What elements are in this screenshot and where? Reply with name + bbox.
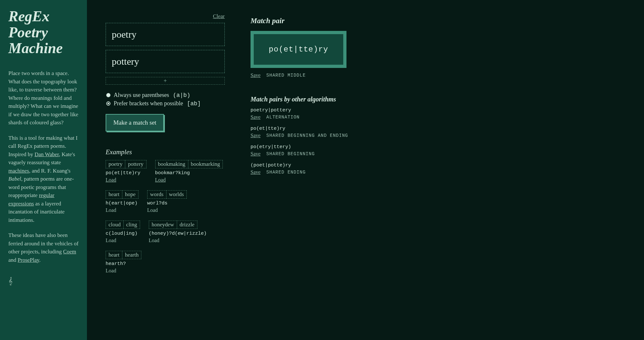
algorithm-label: SHARED BEGINNING: [266, 151, 315, 156]
example-pattern: (honey)?d(ew|rizzle): [149, 231, 207, 236]
algorithm-label: SHARED ENDING: [266, 170, 306, 175]
example-item: honeydewdrizzle(honey)?d(ew|rizzle)Load: [149, 221, 207, 244]
algorithm-item: (poet|potte)rySaveSHARED ENDING: [251, 163, 450, 175]
example-item: hearthopeh(eart|ope)Load: [106, 190, 138, 213]
editor-column: Clear + Always use parentheses (a|b) Pre…: [106, 13, 225, 327]
word-input-2[interactable]: [106, 50, 225, 73]
intro-paragraph: These ideas have also been ferried aroun…: [8, 231, 80, 264]
example-chip: heart: [106, 251, 122, 259]
match-pair-heading: Match pair: [251, 17, 450, 25]
example-chip: cloud: [106, 221, 124, 229]
match-algorithm-label: SHARED MIDDLE: [266, 73, 306, 78]
example-chip: poetry: [106, 160, 125, 168]
match-pair-pattern: po(et|tte)ry: [254, 34, 343, 65]
example-chip: hearth: [122, 251, 141, 259]
algorithm-item: po(etry|ttery)SaveSHARED BEGINNING: [251, 144, 450, 157]
app-title-line: Poetry: [8, 24, 48, 41]
algorithm-label: ALTERNATION: [266, 115, 299, 120]
example-item: wordsworldsworl?dsLoad: [147, 190, 186, 213]
example-item: cloudclingc(loud|ing)Load: [106, 221, 140, 244]
app-title-line: RegEx: [8, 8, 50, 24]
algorithm-item: po(et|tte)rySaveSHARED BEGINNING AND END…: [251, 126, 450, 138]
radio-suffix: [ab]: [187, 100, 201, 107]
example-chip: bookmarking: [188, 160, 223, 168]
link-dan-waber[interactable]: Dan Waber: [34, 151, 59, 157]
example-chip-row: poetrypottery: [106, 160, 146, 168]
example-pattern: po(et|tte)ry: [106, 170, 146, 176]
example-load-link[interactable]: Load: [106, 207, 116, 213]
save-match-link[interactable]: Save: [251, 72, 260, 78]
example-pattern: worl?ds: [147, 201, 186, 206]
radio-icon: [106, 93, 110, 97]
app-title: RegEx Poetry Machine: [8, 8, 80, 56]
intro-paragraph: Place two words in a space. What does th…: [8, 69, 80, 127]
other-algorithms-list: poetry|potterySaveALTERNATIONpo(et|tte)r…: [251, 108, 450, 175]
example-chip: honeydew: [149, 221, 177, 229]
link-coem[interactable]: Coem: [63, 249, 76, 255]
example-chip: bookmaking: [155, 160, 188, 168]
radio-label: Always use parentheses: [114, 92, 169, 99]
add-word-button[interactable]: +: [106, 77, 225, 85]
example-chip-row: honeydewdrizzle: [149, 221, 207, 229]
intro-paragraph: This is a tool for making what I call Re…: [8, 134, 80, 224]
example-load-link[interactable]: Load: [106, 268, 116, 273]
example-chip: heart: [106, 190, 122, 199]
example-load-link[interactable]: Load: [149, 238, 159, 243]
example-item: bookmakingbookmarkingbookmar?kingLoad: [155, 160, 223, 183]
sidebar: RegEx Poetry Machine Place two words in …: [0, 0, 87, 340]
algorithm-pattern: poetry|pottery: [251, 108, 450, 113]
example-chip-row: cloudcling: [106, 221, 140, 229]
example-chip: hope: [122, 190, 138, 199]
example-chip-row: bookmakingbookmarking: [155, 160, 223, 168]
algorithm-save-link[interactable]: Save: [251, 151, 260, 157]
examples-heading: Examples: [106, 148, 225, 156]
radio-suffix: (a|b): [173, 92, 190, 99]
link-machines[interactable]: machines: [8, 168, 29, 174]
example-load-link[interactable]: Load: [106, 177, 116, 183]
example-item: hearthearthhearth?Load: [106, 251, 141, 274]
algorithm-save-link[interactable]: Save: [251, 169, 260, 175]
examples-list: poetrypotterypo(et|tte)ryLoadbookmakingb…: [106, 160, 225, 274]
algorithm-label: SHARED BEGINNING AND ENDING: [266, 133, 348, 138]
algorithm-pattern: (poet|potte)ry: [251, 163, 450, 168]
example-chip-row: wordsworlds: [147, 190, 186, 199]
example-chip-row: hearthearth: [106, 251, 141, 259]
example-load-link[interactable]: Load: [106, 238, 116, 243]
algorithm-item: poetry|potterySaveALTERNATION: [251, 108, 450, 120]
example-pattern: hearth?: [106, 261, 141, 267]
example-chip: pottery: [125, 160, 146, 168]
clear-link[interactable]: Clear: [213, 13, 225, 19]
radio-prefer-brackets[interactable]: Prefer brackets when possible [ab]: [106, 100, 225, 107]
example-chip: drizzle: [177, 221, 197, 229]
example-chip: words: [147, 190, 166, 199]
example-pattern: h(eart|ope): [106, 201, 138, 206]
example-item: poetrypotterypo(et|tte)ryLoad: [106, 160, 146, 183]
example-load-link[interactable]: Load: [147, 207, 158, 213]
make-match-button[interactable]: Make a match set: [106, 114, 164, 131]
app-title-line: Machine: [8, 40, 63, 56]
example-chip: worlds: [166, 190, 187, 199]
main: Clear + Always use parentheses (a|b) Pre…: [87, 0, 644, 340]
radio-label: Prefer brackets when possible: [114, 100, 183, 107]
radio-icon: [106, 101, 110, 106]
algorithm-save-link[interactable]: Save: [251, 133, 260, 138]
example-pattern: bookmar?king: [155, 170, 223, 176]
example-load-link[interactable]: Load: [155, 177, 166, 183]
paperclip-icon: 𝄞: [8, 277, 80, 285]
match-pair-card: po(et|tte)ry: [251, 31, 346, 68]
babel-title: Babel: [8, 176, 21, 182]
other-algorithms-heading: Match pairs by other algorithms: [251, 96, 450, 103]
example-chip-row: hearthope: [106, 190, 138, 199]
algorithm-pattern: po(etry|ttery): [251, 144, 450, 150]
radio-always-parentheses[interactable]: Always use parentheses (a|b): [106, 92, 225, 99]
results-column: Match pair po(et|tte)ry Save SHARED MIDD…: [251, 13, 450, 327]
link-proseplay[interactable]: ProsePlay: [18, 257, 39, 263]
example-pattern: c(loud|ing): [106, 231, 140, 236]
word-input-1[interactable]: [106, 23, 225, 46]
syntax-radio-group: Always use parentheses (a|b) Prefer brac…: [106, 92, 225, 107]
algorithm-pattern: po(et|tte)ry: [251, 126, 450, 131]
example-chip: cling: [123, 221, 140, 229]
algorithm-save-link[interactable]: Save: [251, 114, 260, 120]
